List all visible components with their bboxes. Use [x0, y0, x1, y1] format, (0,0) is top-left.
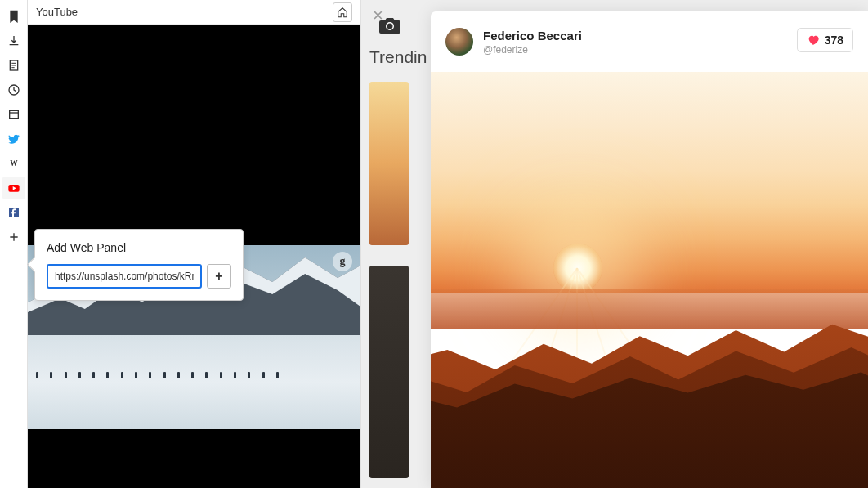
- sidebar-item-add[interactable]: [2, 226, 25, 248]
- sidebar: W: [0, 0, 28, 488]
- facebook-icon: [7, 206, 20, 219]
- background-thumb: [369, 266, 409, 478]
- like-button[interactable]: 378: [797, 28, 853, 52]
- panel-title: YouTube: [36, 6, 78, 18]
- author-name: Federico Beccari: [483, 29, 582, 43]
- sidebar-item-history[interactable]: [2, 78, 25, 101]
- twitter-icon: [7, 132, 20, 146]
- plus-icon: [7, 231, 20, 244]
- youtube-icon: [7, 181, 20, 195]
- add-panel-button[interactable]: +: [207, 264, 231, 289]
- add-web-panel-popover: Add Web Panel +: [34, 229, 244, 301]
- avatar[interactable]: [445, 28, 473, 56]
- download-icon: [7, 34, 20, 47]
- notes-icon: [7, 59, 20, 72]
- main-content: × Trendin Federico Beccari @federize 378: [361, 0, 868, 488]
- window-icon: [7, 108, 20, 121]
- panel-home-button[interactable]: [333, 2, 352, 22]
- background-thumb: [369, 82, 409, 245]
- panel-header: YouTube: [28, 0, 360, 25]
- sidebar-item-wikipedia[interactable]: W: [2, 152, 25, 175]
- web-panel-url-input[interactable]: [47, 264, 202, 289]
- sidebar-item-notes[interactable]: [2, 54, 25, 77]
- sidebar-item-downloads[interactable]: [2, 29, 25, 52]
- sidebar-item-bookmarks[interactable]: [2, 5, 25, 28]
- trending-heading: Trendin: [369, 47, 427, 67]
- like-count: 378: [825, 34, 843, 47]
- svg-rect-2: [9, 110, 18, 118]
- svg-text:W: W: [10, 159, 18, 168]
- sidebar-item-youtube[interactable]: [2, 177, 25, 199]
- svg-point-7: [387, 24, 393, 29]
- card-header: Federico Beccari @federize 378: [431, 11, 868, 72]
- bookmark-icon: [7, 10, 20, 23]
- history-icon: [7, 83, 20, 96]
- author-handle: @federize: [483, 44, 582, 56]
- guardian-watermark-icon: g: [333, 252, 352, 271]
- photo-card: Federico Beccari @federize 378: [431, 11, 868, 488]
- wikipedia-icon: W: [7, 157, 20, 170]
- home-icon: [337, 7, 348, 18]
- heart-icon: [807, 34, 820, 47]
- sidebar-item-twitter[interactable]: [2, 128, 25, 150]
- popover-title: Add Web Panel: [47, 241, 231, 254]
- sidebar-item-window[interactable]: [2, 103, 25, 126]
- close-icon[interactable]: ×: [373, 7, 383, 25]
- photo-image[interactable]: [431, 72, 868, 488]
- sidebar-item-facebook[interactable]: [2, 201, 25, 224]
- author-block[interactable]: Federico Beccari @federize: [483, 29, 582, 56]
